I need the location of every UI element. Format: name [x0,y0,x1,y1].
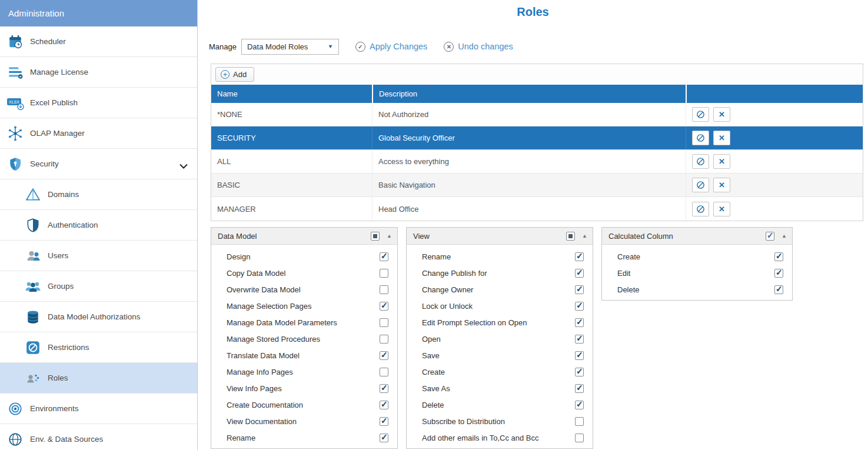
sidebar-item-olap-manager[interactable]: OLAP Manager [0,118,197,149]
sidebar-item-manage-license[interactable]: Manage License [0,57,197,88]
panel-select-all-checkbox[interactable] [766,232,774,241]
clear-role-button[interactable] [692,202,709,216]
delete-role-button[interactable]: ✕ [713,107,730,122]
permission-checkbox[interactable] [380,318,388,327]
delete-role-button[interactable]: ✕ [713,154,730,169]
permission-label: Delete [617,285,640,294]
permission-label: Translate Data Model [227,351,300,360]
check-circle-icon: ✓ [355,42,365,52]
table-row[interactable]: ALL Access to everything ✕ [211,150,863,174]
sidebar-item-env-data-sources[interactable]: Env. & Data Sources [0,424,197,450]
sidebar-item-domains[interactable]: Domains [0,179,197,210]
permission-label: Lock or Unlock [422,302,473,311]
permission-checkbox[interactable] [380,384,388,393]
sidebar-item-label: Manage License [30,68,88,76]
sidebar-item-environments[interactable]: Environments [0,394,197,424]
panel-data-model: Data Model ▲ Design Copy Data Model Over… [211,227,398,449]
table-row[interactable]: SECURITY Global Security Officer ✕ [211,126,863,150]
chevron-down-icon[interactable] [179,162,188,171]
table-row[interactable]: MANAGER Head Office ✕ [211,197,863,221]
delete-role-button[interactable]: ✕ [713,178,730,192]
delete-role-button[interactable]: ✕ [713,202,730,216]
table-row[interactable]: BASIC Basic Navigation ✕ [211,174,863,197]
sidebar-item-excel-publish[interactable]: XLSX Excel Publish [0,88,197,118]
permission-label: Overwrite Data Model [227,285,301,294]
collapse-arrow-icon[interactable]: ▲ [781,233,787,239]
permission-checkbox[interactable] [380,269,388,278]
permission-checkbox[interactable] [774,269,783,278]
sidebar-item-groups[interactable]: Groups [0,271,197,302]
sidebar-item-users[interactable]: Users [0,241,197,271]
permission-label: Delete [422,401,444,409]
permission-checkbox[interactable] [774,285,783,294]
panel-select-all-checkbox[interactable] [566,232,575,241]
permission-checkbox[interactable] [380,351,388,360]
permission-row: View Info Pages [211,380,397,396]
permission-checkbox[interactable] [575,368,584,376]
permission-checkbox[interactable] [774,252,783,261]
panel-body: Rename Change Publish for Change Owner L… [407,245,593,448]
add-button-label: Add [233,70,247,79]
permission-checkbox[interactable] [575,335,584,344]
delete-role-button[interactable]: ✕ [713,131,730,145]
permission-checkbox[interactable] [380,417,388,426]
clear-role-button[interactable] [692,154,709,169]
permission-checkbox[interactable] [575,285,584,294]
permission-checkbox[interactable] [380,252,388,261]
permission-checkbox[interactable] [575,318,584,327]
sidebar-item-label: Environments [30,404,79,413]
permission-label: View Info Pages [227,384,282,393]
permission-checkbox[interactable] [575,417,584,426]
permission-checkbox[interactable] [575,401,584,409]
permission-checkbox[interactable] [575,351,584,360]
users-icon [24,246,42,265]
permission-row: Open [407,331,593,347]
permission-row: Save As [407,380,593,396]
permission-checkbox[interactable] [380,401,388,409]
permission-checkbox[interactable] [380,434,388,442]
role-name-cell: BASIC [211,174,372,196]
sidebar-item-label: Restrictions [48,343,89,352]
permission-checkbox[interactable] [380,368,388,376]
clear-role-button[interactable] [692,131,709,145]
role-name-cell: *NONE [211,103,372,126]
permission-row: Change Publish for [407,265,593,281]
sidebar-item-roles[interactable]: Roles [0,363,197,394]
collapse-arrow-icon[interactable]: ▲ [387,233,392,239]
clear-role-button[interactable] [692,107,709,122]
permission-label: Rename [227,434,255,442]
permission-checkbox[interactable] [380,302,388,311]
panel-body: Design Copy Data Model Overwrite Data Mo… [211,245,397,448]
permission-checkbox[interactable] [380,335,388,344]
sidebar-item-authentication[interactable]: Authentication [0,210,197,241]
undo-changes-button[interactable]: ✕ Undo changes [444,42,513,52]
permission-checkbox[interactable] [575,269,584,278]
permission-checkbox[interactable] [575,252,584,261]
x-icon: ✕ [719,111,725,118]
permission-checkbox[interactable] [575,384,584,393]
manage-roles-dropdown[interactable]: Data Model Roles ▼ [241,39,339,55]
sidebar-item-security[interactable]: Security [0,149,197,179]
scheduler-icon [6,32,25,51]
sidebar: Administration Scheduler Manage License … [0,0,198,450]
panel-title: Calculated Column [608,232,673,241]
chevron-down-icon: ▼ [328,44,333,49]
permission-label: Change Owner [422,285,473,294]
panel-select-all-checkbox[interactable] [371,232,380,241]
clear-role-button[interactable] [692,178,709,192]
permission-checkbox[interactable] [575,302,584,311]
sidebar-item-scheduler[interactable]: Scheduler [0,26,197,57]
permission-checkbox[interactable] [380,285,388,294]
sidebar-item-restrictions[interactable]: Restrictions [0,332,197,363]
panel-view: View ▲ Rename Change Publish for Change … [406,227,593,449]
table-row[interactable]: *NONE Not Authorized ✕ [211,103,863,126]
collapse-arrow-icon[interactable]: ▲ [582,233,587,239]
apply-changes-button[interactable]: ✓ Apply Changes [355,42,427,52]
sidebar-item-label: Domains [48,190,79,199]
permission-checkbox[interactable] [575,434,584,442]
svg-text:XLSX: XLSX [9,99,19,104]
permission-label: Copy Data Model [227,269,285,278]
add-role-button[interactable]: + Add [215,67,254,82]
permission-row: View Documentation [211,413,397,429]
sidebar-item-data-model-authorizations[interactable]: Data Model Authorizations [0,302,197,332]
